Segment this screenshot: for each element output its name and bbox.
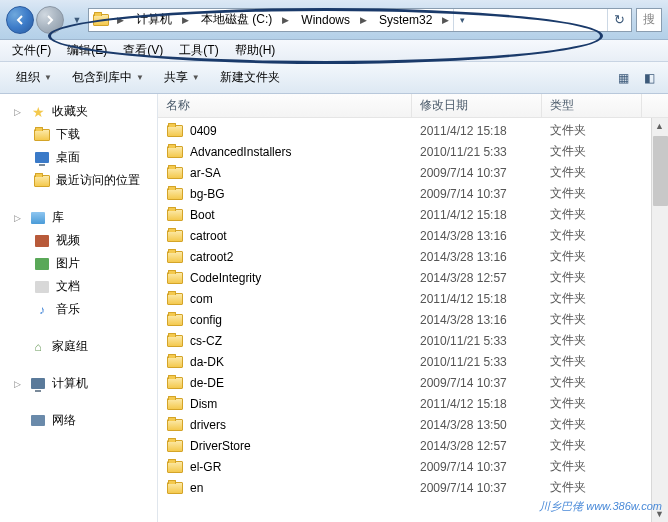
file-row[interactable]: CodeIntegrity2014/3/28 12:57文件夹 — [158, 267, 668, 288]
folder-icon — [166, 333, 184, 349]
refresh-button[interactable]: ↻ — [607, 9, 631, 31]
file-name: config — [190, 313, 420, 327]
homegroup-icon: ⌂ — [30, 339, 46, 355]
file-date: 2011/4/12 15:18 — [420, 292, 550, 306]
folder-icon — [34, 127, 50, 143]
file-row[interactable]: de-DE2009/7/14 10:37文件夹 — [158, 372, 668, 393]
menu-view[interactable]: 查看(V) — [115, 40, 171, 61]
vertical-scrollbar[interactable]: ▲ ▼ — [651, 118, 668, 522]
file-row[interactable]: da-DK2010/11/21 5:33文件夹 — [158, 351, 668, 372]
file-type: 文件夹 — [550, 164, 650, 181]
menu-tools[interactable]: 工具(T) — [171, 40, 226, 61]
back-button[interactable] — [6, 6, 34, 34]
file-row[interactable]: AdvancedInstallers2010/11/21 5:33文件夹 — [158, 141, 668, 162]
scroll-thumb[interactable] — [653, 136, 668, 206]
new-folder-button[interactable]: 新建文件夹 — [212, 65, 288, 90]
music-icon: ♪ — [34, 302, 50, 318]
sidebar-libraries[interactable]: ▷ 库 — [0, 206, 157, 229]
collapse-arrow-icon: ▷ — [14, 379, 24, 389]
file-type: 文件夹 — [550, 206, 650, 223]
folder-icon — [166, 480, 184, 496]
breadcrumb-separator[interactable]: ▶ — [113, 9, 128, 31]
file-type: 文件夹 — [550, 311, 650, 328]
file-date: 2014/3/28 13:16 — [420, 313, 550, 327]
file-row[interactable]: com2011/4/12 15:18文件夹 — [158, 288, 668, 309]
file-row[interactable]: DriverStore2014/3/28 12:57文件夹 — [158, 435, 668, 456]
history-dropdown[interactable]: ▼ — [70, 10, 84, 30]
forward-button[interactable] — [36, 6, 64, 34]
file-type: 文件夹 — [550, 290, 650, 307]
file-row[interactable]: cs-CZ2010/11/21 5:33文件夹 — [158, 330, 668, 351]
menu-edit[interactable]: 编辑(E) — [59, 40, 115, 61]
include-library-button[interactable]: 包含到库中▼ — [64, 65, 152, 90]
preview-pane-icon[interactable]: ◧ — [638, 67, 660, 89]
sidebar-homegroup[interactable]: ⌂ 家庭组 — [0, 335, 157, 358]
file-row[interactable]: catroot2014/3/28 13:16文件夹 — [158, 225, 668, 246]
file-list[interactable]: 04092011/4/12 15:18文件夹AdvancedInstallers… — [158, 118, 668, 522]
sidebar-item-downloads[interactable]: 下载 — [0, 123, 157, 146]
sidebar-item-pictures[interactable]: 图片 — [0, 252, 157, 275]
menu-help[interactable]: 帮助(H) — [227, 40, 284, 61]
breadcrumb-item[interactable]: System32 — [371, 9, 438, 31]
sidebar-item-music[interactable]: ♪音乐 — [0, 298, 157, 321]
organize-button[interactable]: 组织▼ — [8, 65, 60, 90]
file-row[interactable]: bg-BG2009/7/14 10:37文件夹 — [158, 183, 668, 204]
file-date: 2014/3/28 12:57 — [420, 439, 550, 453]
file-name: CodeIntegrity — [190, 271, 420, 285]
sidebar-item-videos[interactable]: 视频 — [0, 229, 157, 252]
file-row[interactable]: 04092011/4/12 15:18文件夹 — [158, 120, 668, 141]
file-name: 0409 — [190, 124, 420, 138]
sidebar-item-desktop[interactable]: 桌面 — [0, 146, 157, 169]
sidebar-favorites[interactable]: ▷ ★ 收藏夹 — [0, 100, 157, 123]
file-name: com — [190, 292, 420, 306]
file-row[interactable]: en2009/7/14 10:37文件夹 — [158, 477, 668, 498]
file-row[interactable]: el-GR2009/7/14 10:37文件夹 — [158, 456, 668, 477]
breadcrumb-separator[interactable]: ▶ — [278, 9, 293, 31]
column-type[interactable]: 类型 — [542, 94, 642, 117]
column-date[interactable]: 修改日期 — [412, 94, 542, 117]
breadcrumb-item[interactable]: 计算机 — [128, 9, 178, 31]
file-type: 文件夹 — [550, 269, 650, 286]
folder-icon — [166, 270, 184, 286]
file-name: de-DE — [190, 376, 420, 390]
sidebar-computer[interactable]: ▷ 计算机 — [0, 372, 157, 395]
scroll-up-button[interactable]: ▲ — [652, 118, 667, 134]
view-options-icon[interactable]: ▦ — [612, 67, 634, 89]
file-name: cs-CZ — [190, 334, 420, 348]
file-name: bg-BG — [190, 187, 420, 201]
sidebar-item-documents[interactable]: 文档 — [0, 275, 157, 298]
sidebar-network[interactable]: 网络 — [0, 409, 157, 432]
breadcrumb-item[interactable]: 本地磁盘 (C:) — [193, 9, 278, 31]
breadcrumb-separator[interactable]: ▶ — [438, 9, 453, 31]
file-date: 2010/11/21 5:33 — [420, 355, 550, 369]
scroll-down-button[interactable]: ▼ — [652, 506, 667, 522]
breadcrumb-item[interactable]: Windows — [293, 9, 356, 31]
column-headers: 名称 修改日期 类型 — [158, 94, 668, 118]
column-name[interactable]: 名称 — [158, 94, 412, 117]
file-row[interactable]: catroot22014/3/28 13:16文件夹 — [158, 246, 668, 267]
file-row[interactable]: Dism2011/4/12 15:18文件夹 — [158, 393, 668, 414]
breadcrumb-separator[interactable]: ▶ — [178, 9, 193, 31]
file-row[interactable]: Boot2011/4/12 15:18文件夹 — [158, 204, 668, 225]
sidebar-item-recent[interactable]: 最近访问的位置 — [0, 169, 157, 192]
file-row[interactable]: config2014/3/28 13:16文件夹 — [158, 309, 668, 330]
document-icon — [34, 279, 50, 295]
folder-icon — [91, 10, 111, 30]
folder-icon — [166, 459, 184, 475]
menu-file[interactable]: 文件(F) — [4, 40, 59, 61]
file-name: catroot2 — [190, 250, 420, 264]
address-bar[interactable]: ▶ 计算机 ▶ 本地磁盘 (C:) ▶ Windows ▶ System32 ▶… — [88, 8, 632, 32]
file-date: 2011/4/12 15:18 — [420, 208, 550, 222]
share-button[interactable]: 共享▼ — [156, 65, 208, 90]
menu-bar: 文件(F) 编辑(E) 查看(V) 工具(T) 帮助(H) — [0, 40, 668, 62]
file-type: 文件夹 — [550, 395, 650, 412]
address-dropdown[interactable]: ▾ — [453, 9, 471, 31]
file-type: 文件夹 — [550, 332, 650, 349]
file-name: AdvancedInstallers — [190, 145, 420, 159]
breadcrumb-separator[interactable]: ▶ — [356, 9, 371, 31]
file-date: 2009/7/14 10:37 — [420, 481, 550, 495]
search-input[interactable]: 搜 — [636, 8, 662, 32]
file-row[interactable]: ar-SA2009/7/14 10:37文件夹 — [158, 162, 668, 183]
file-row[interactable]: drivers2014/3/28 13:50文件夹 — [158, 414, 668, 435]
file-name: da-DK — [190, 355, 420, 369]
